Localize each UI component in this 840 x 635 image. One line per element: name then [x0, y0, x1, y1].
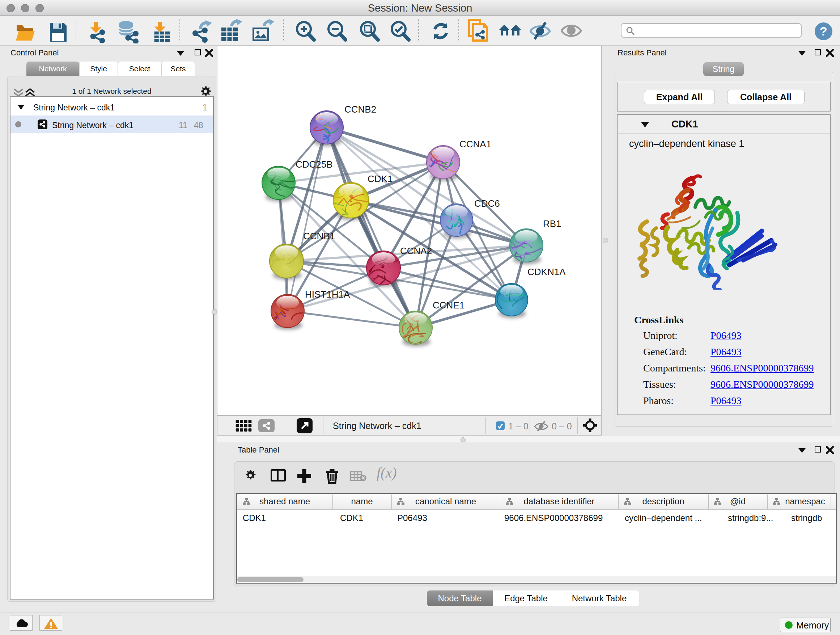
svg-text:CDK1: CDK1: [368, 173, 393, 184]
svg-text:CCNB2: CCNB2: [344, 104, 376, 115]
svg-text:CCNA2: CCNA2: [400, 245, 432, 256]
svg-text:CDKN1A: CDKN1A: [527, 266, 566, 277]
svg-text:CCNB1: CCNB1: [303, 231, 335, 241]
svg-text:CDC6: CDC6: [474, 198, 500, 209]
svg-text:CDC25B: CDC25B: [295, 159, 333, 170]
svg-text:CCNE1: CCNE1: [433, 300, 464, 310]
svg-text:HIST1H1A: HIST1H1A: [305, 289, 350, 300]
svg-text:RB1: RB1: [543, 218, 561, 229]
svg-text:CCNA1: CCNA1: [459, 139, 491, 149]
